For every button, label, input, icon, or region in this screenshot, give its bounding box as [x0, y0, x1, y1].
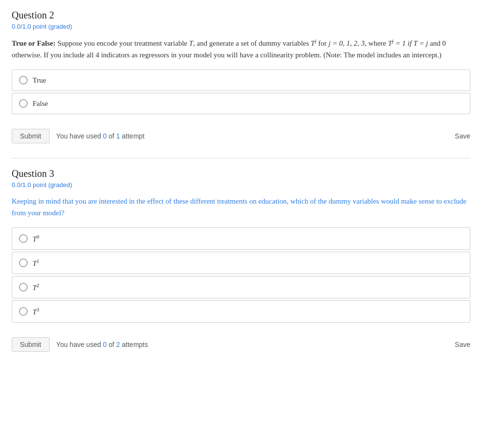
- radio-t1[interactable]: [19, 258, 28, 267]
- question-2-submit-left: Submit You have used 0 of 1 attempt: [12, 129, 144, 143]
- option-t1-label: T1: [33, 258, 39, 268]
- attempt-total-q3: 2: [116, 341, 120, 348]
- option-true-label: True: [33, 76, 46, 85]
- question-2-text: True or False: Suppose you encode your t…: [12, 37, 470, 61]
- question-3-attempt-text: You have used 0 of 2 attempts: [56, 341, 148, 348]
- question-2-save-button[interactable]: Save: [455, 132, 470, 140]
- attempt-post: attempt: [120, 132, 145, 140]
- question-2-title: Question 2: [12, 10, 470, 21]
- attempt-mid-q3: of: [107, 341, 116, 348]
- option-t3-label: T3: [33, 307, 39, 316]
- radio-t2[interactable]: [19, 283, 28, 292]
- option-false-label: False: [33, 100, 48, 108]
- question-3-title: Question 3: [12, 168, 470, 179]
- attempt-pre-q3: You have used: [56, 341, 103, 348]
- option-t0[interactable]: T0: [12, 227, 470, 250]
- option-t2-label: T2: [33, 282, 39, 292]
- option-t3[interactable]: T3: [12, 300, 470, 323]
- radio-false[interactable]: [19, 99, 28, 108]
- math-Tj-eq: Tj = 1 if T = j: [388, 39, 428, 47]
- radio-t3[interactable]: [19, 307, 28, 316]
- question-2-block: Question 2 0.0/1.0 point (graded) True o…: [12, 10, 470, 143]
- question-3-submit-left: Submit You have used 0 of 2 attempts: [12, 337, 148, 352]
- option-true[interactable]: True: [12, 69, 470, 91]
- radio-true[interactable]: [19, 76, 28, 85]
- option-t1[interactable]: T1: [12, 252, 470, 274]
- question-3-block: Question 3 0.0/1.0 point (graded) Keepin…: [12, 168, 470, 352]
- math-j-range: j = 0, 1, 2, 3: [329, 39, 365, 47]
- question-3-submit-button[interactable]: Submit: [12, 337, 50, 352]
- option-false[interactable]: False: [12, 93, 470, 114]
- question-2-points: 0.0/1.0 point (graded): [12, 23, 470, 30]
- question-2-submit-button[interactable]: Submit: [12, 129, 50, 143]
- question-3-save-button[interactable]: Save: [455, 341, 470, 348]
- option-t2[interactable]: T2: [12, 276, 470, 298]
- math-T: T: [189, 39, 193, 47]
- option-t0-label: T0: [33, 234, 39, 243]
- attempt-pre: You have used: [56, 132, 103, 140]
- question-3-submit-row: Submit You have used 0 of 2 attempts Sav…: [12, 332, 470, 352]
- radio-t0[interactable]: [19, 234, 28, 243]
- attempt-total-q2: 1: [116, 132, 120, 140]
- attempt-post-q3: attempts: [120, 341, 148, 348]
- question-2-submit-row: Submit You have used 0 of 1 attempt Save: [12, 124, 470, 143]
- question-2-attempt-text: You have used 0 of 1 attempt: [56, 132, 145, 140]
- true-or-false-label: True or False:: [12, 39, 55, 47]
- question-3-points: 0.0/1.0 point (graded): [12, 181, 470, 189]
- question-3-text: Keeping in mind that you are interested …: [12, 195, 470, 219]
- attempt-mid: of: [107, 132, 116, 140]
- math-Tj: Tj: [311, 39, 316, 47]
- section-divider: [12, 158, 470, 158]
